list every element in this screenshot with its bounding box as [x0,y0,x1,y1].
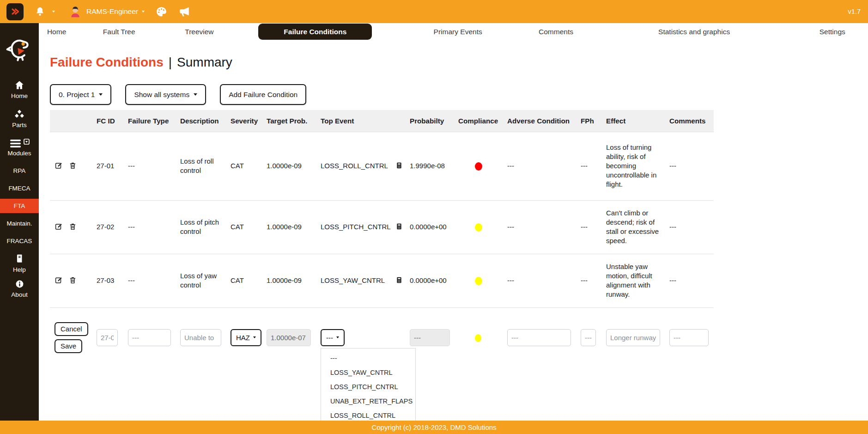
cell-failure-type: --- [127,254,180,307]
tab-primary-events[interactable]: Primary Events [395,28,520,36]
cell-fph: --- [580,254,606,307]
column-header-effect: Effect [606,110,669,132]
cell-fc-id: 27-01 [96,132,127,200]
tab-label: Settings [819,28,845,36]
fc-id-input[interactable] [97,329,118,346]
description-input[interactable] [180,329,221,346]
sidebar-expand-button[interactable] [6,3,24,20]
delete-row-button[interactable] [69,222,77,232]
edit-row-button[interactable] [55,276,63,286]
sidebar-item-fracas[interactable]: FRACAS [0,238,39,245]
adverse-condition-input[interactable] [507,329,571,346]
column-header-compliance: Compliance [458,110,507,132]
tab-fault-tree[interactable]: Fault Tree [74,28,164,36]
cell-failure-type: --- [127,200,180,254]
cell-fph: --- [580,132,606,200]
dropdown-option[interactable]: LOSS_YAW_CNTRL [321,366,415,380]
edit-row-button[interactable] [55,161,63,171]
tab-treeview[interactable]: Treeview [164,28,235,36]
sidebar-item-parts[interactable]: Parts [0,110,39,128]
avatar[interactable] [69,5,82,18]
cell-actions [50,132,96,200]
sidebar-item-modules[interactable]: Modules [0,139,39,157]
cell-compliance [458,307,507,367]
sidebar-item-label: About [0,291,39,298]
dropdown-option[interactable]: --- [321,351,415,366]
calculator-icon[interactable] [395,161,403,171]
dropdown-option[interactable]: LOSS_PITCH_CNTRL [321,380,415,394]
target-prob-input [267,329,311,346]
effect-input[interactable] [606,329,660,346]
project-select-button[interactable]: 0. Project 1 [50,84,111,105]
save-button[interactable]: Save [55,339,82,353]
edit-row-button[interactable] [55,222,63,232]
cell-description [180,307,230,367]
announcements-megaphone-icon[interactable] [178,6,190,18]
sidebar-item-fta[interactable]: FTA [0,199,39,213]
tab-comments[interactable]: Comments [520,28,591,36]
severity-select[interactable]: HAZ [231,329,261,346]
app-logo-bird-icon[interactable] [6,35,33,64]
sidebar-item-label: FRACAS [7,238,32,245]
column-header-failure-type: Failure Type [127,110,180,132]
theme-palette-icon[interactable] [156,6,167,18]
failure-type-input[interactable] [128,329,171,346]
fph-input[interactable] [581,329,596,346]
table-header-row: FC ID Failure Type Description Severity … [50,110,714,132]
project-select-label: 0. Project 1 [59,91,95,99]
calculator-icon[interactable] [395,222,403,232]
sidebar-item-label: Help [0,266,39,273]
sidebar-item-label: RPA [13,167,26,174]
dropdown-option[interactable]: LOSS_ROLL_CNTRL [321,409,415,421]
copyright-text: Copyright (c) 2018-2023, DMD Solutions [371,423,496,431]
notifications-dropdown[interactable] [35,6,55,17]
add-failure-condition-button[interactable]: Add Failure Condition [220,84,306,105]
tab-statistics-and-graphics[interactable]: Statistics and graphics [592,28,797,36]
tab-failure-conditions[interactable]: Failure Conditions [235,24,395,40]
cell-probability: 0.0000e+00 [409,200,458,254]
cubes-icon [14,113,25,120]
systems-filter-button[interactable]: Show all systems [125,84,206,105]
sidebar-item-label: Maintain. [7,220,32,227]
chevron-down-icon[interactable] [142,11,145,12]
sidebar-item-label: FMECA [8,185,30,192]
column-header-actions [50,110,96,132]
tab-label: Statistics and graphics [658,28,730,36]
top-event-select[interactable]: --- [321,329,345,346]
cell-effect: Loss of turning ability, risk of becomin… [606,132,669,200]
topbar: RAMS-Engineer v1.7 [0,0,868,23]
sidebar: Home Parts Modules RPA FMECA FTA Maintai… [0,23,39,421]
systems-filter-label: Show all systems [134,91,189,99]
sidebar-item-about[interactable]: About [0,280,39,298]
double-chevron-right-icon [11,7,20,16]
dropdown-option[interactable]: UNAB_EXT_RETR_FLAPS [321,394,415,409]
sidebar-item-fmeca[interactable]: FMECA [0,185,39,192]
comments-input[interactable] [669,329,709,346]
user-menu[interactable]: RAMS-Engineer [86,7,138,16]
compliance-status-dot [475,334,481,342]
box-caret-icon [24,139,30,145]
cell-severity: CAT [230,254,266,307]
tab-home[interactable]: Home [39,28,74,36]
delete-row-button[interactable] [69,161,77,171]
tab-label: Treeview [185,28,213,36]
delete-row-button[interactable] [69,276,77,286]
tab-label: Home [47,28,66,36]
book-icon [15,258,24,265]
sidebar-item-rpa[interactable]: RPA [0,167,39,174]
column-header-description: Description [180,110,230,132]
cell-fc-id: 27-03 [96,254,127,307]
sidebar-item-help[interactable]: Help [0,254,39,273]
cancel-button[interactable]: Cancel [55,322,88,336]
top-event-value: LOSS_ROLL_CNTRL [321,161,388,171]
cell-actions: Cancel Save [50,307,96,367]
cell-actions [50,254,96,307]
page-title-subtitle: Summary [177,55,232,70]
cell-probability: 1.9990e-08 [409,132,458,200]
sidebar-item-maintain[interactable]: Maintain. [0,220,39,227]
tab-settings[interactable]: Settings [797,28,868,36]
calculator-icon[interactable] [395,276,403,286]
sidebar-item-home[interactable]: Home [0,80,39,99]
sidebar-item-label: FTA [14,202,25,209]
column-header-adverse-condition: Adverse Condition [507,110,580,132]
